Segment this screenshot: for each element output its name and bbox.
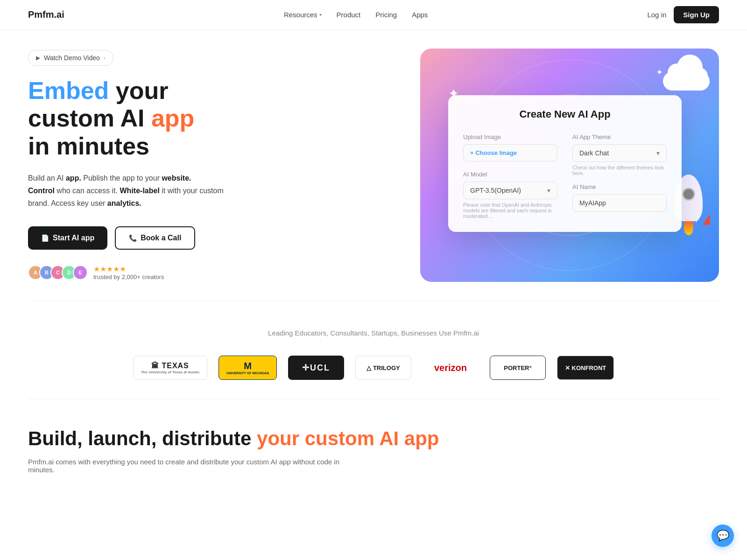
logo-texas: 🏛 TEXAS The University of Texas at Austi…	[133, 356, 207, 380]
theme-dropdown[interactable]: Dark Chat ▾	[572, 144, 667, 162]
ai-name-label: AI Name	[572, 183, 667, 190]
cloud-shape	[658, 58, 714, 91]
bottom-section: Build, launch, distribute your custom AI…	[0, 399, 747, 492]
stars-trust: ★★★★★ trusted by 2,000+ creators	[93, 265, 164, 280]
book-call-button[interactable]: 📞 Book a Call	[115, 226, 195, 250]
ai-name-box[interactable]: MyAIApp	[572, 194, 667, 212]
headline-in-minutes: in minutes	[28, 133, 149, 160]
bold-control: Control	[28, 187, 55, 195]
play-icon: ▶	[36, 55, 40, 61]
nav-item-product[interactable]: Product	[337, 11, 361, 19]
hero-visual: ✦ ✦ ✦	[420, 49, 719, 282]
logos-row: 🏛 TEXAS The University of Texas at Austi…	[28, 356, 719, 380]
app-card-mockup: Create New AI App Upload Image + Choose …	[448, 95, 682, 232]
ai-model-dropdown[interactable]: GPT-3.5(OpenAI) ▾	[463, 182, 557, 199]
trust-text: trusted by 2,000+ creators	[93, 273, 164, 280]
ai-model-hint: Please note that OpenAI and Anthropic mo…	[463, 202, 557, 219]
logo-verizon: verizon	[423, 356, 479, 380]
avatar-group: A B C D E	[28, 265, 84, 280]
start-label: Start AI app	[53, 234, 94, 242]
signup-button[interactable]: Sign Up	[674, 6, 719, 23]
nav-item-pricing[interactable]: Pricing	[375, 11, 397, 19]
hero-section: ▶ Watch Demo Video › Embed yourcustom AI…	[0, 30, 747, 301]
hero-headline: Embed yourcustom AI app in minutes	[28, 77, 252, 161]
headline-embed: Embed	[28, 77, 109, 104]
bottom-title-highlight: your custom AI app	[257, 427, 439, 449]
bold-website: website.	[162, 174, 191, 182]
upload-image-box[interactable]: + Choose Image	[463, 144, 557, 161]
nav-item-resources[interactable]: Resources ▾	[284, 11, 322, 19]
document-icon: 📄	[41, 234, 49, 242]
star-rating: ★★★★★	[93, 265, 164, 273]
bold-whitelabel: White-label	[120, 187, 160, 195]
demo-btn-label: Watch Demo Video	[44, 54, 100, 62]
ai-name-value: MyAIApp	[579, 199, 606, 207]
start-ai-app-button[interactable]: 📄 Start AI app	[28, 226, 107, 250]
ai-model-value: GPT-3.5(OpenAI)	[470, 187, 521, 194]
chevron-down-icon: ▾	[319, 12, 322, 17]
bottom-description: Pmfm.ai comes with everything you need t…	[28, 458, 355, 474]
arrow-right-icon: ›	[104, 55, 106, 61]
theme-value: Dark Chat	[579, 149, 609, 157]
brand-logo[interactable]: Pmfm.ai	[28, 9, 64, 20]
card-col-right: AI App Theme Dark Chat ▾ Check out how t…	[572, 133, 667, 219]
bottom-title-part1: Build, launch, distribute	[28, 427, 251, 449]
call-label: Book a Call	[141, 234, 181, 242]
card-col-left: Upload Image + Choose Image AI Model GPT…	[463, 133, 557, 219]
avatar: E	[73, 265, 88, 280]
social-proof: A B C D E ★★★★★ trusted by 2,000+ creato…	[28, 265, 252, 280]
logo-trilogy: △ TRILOGY	[355, 356, 411, 380]
logo-porter: PORTER°	[490, 356, 546, 380]
cloud-decoration	[658, 58, 714, 91]
logo-ucl: ✛UCL	[288, 356, 344, 380]
logos-section: Leading Educators, Consultants, Startups…	[0, 301, 747, 399]
theme-label: AI App Theme	[572, 133, 667, 140]
logos-heading: Leading Educators, Consultants, Startups…	[28, 329, 719, 337]
phone-icon: 📞	[129, 234, 137, 242]
card-row: Upload Image + Choose Image AI Model GPT…	[463, 133, 667, 219]
hero-buttons: 📄 Start AI app 📞 Book a Call	[28, 226, 252, 250]
app-card-title: Create New AI App	[463, 108, 667, 120]
bottom-title: Build, launch, distribute your custom AI…	[28, 427, 719, 450]
theme-hint: Check out how the different themes look …	[572, 165, 667, 176]
ai-model-label: AI Model	[463, 171, 557, 178]
nav-links: Resources ▾ Product Pricing Apps	[284, 11, 428, 19]
headline-app: app	[151, 105, 194, 132]
upload-label: Upload Image	[463, 133, 557, 140]
login-button[interactable]: Log in	[647, 11, 666, 19]
hero-left: ▶ Watch Demo Video › Embed yourcustom AI…	[28, 50, 252, 281]
watch-demo-button[interactable]: ▶ Watch Demo Video ›	[28, 50, 113, 66]
choose-image-btn[interactable]: + Choose Image	[470, 149, 517, 156]
chevron-down-icon: ▾	[656, 149, 660, 157]
logo-michigan: M UNIVERSITY OF MICHIGAN	[218, 356, 277, 380]
nav-item-apps[interactable]: Apps	[412, 11, 428, 19]
navbar: Pmfm.ai Resources ▾ Product Pricing Apps…	[0, 0, 747, 30]
hero-right: ✦ ✦ ✦	[252, 49, 719, 282]
bold-analytics: analytics.	[107, 199, 141, 207]
chevron-down-icon: ▾	[547, 187, 550, 194]
nav-actions: Log in Sign Up	[647, 6, 719, 23]
hero-description: Build an AI app. Publish the app to your…	[28, 172, 224, 210]
bold-app: app.	[66, 174, 81, 182]
logo-konfront: ✕ KONFRONT	[557, 356, 614, 380]
